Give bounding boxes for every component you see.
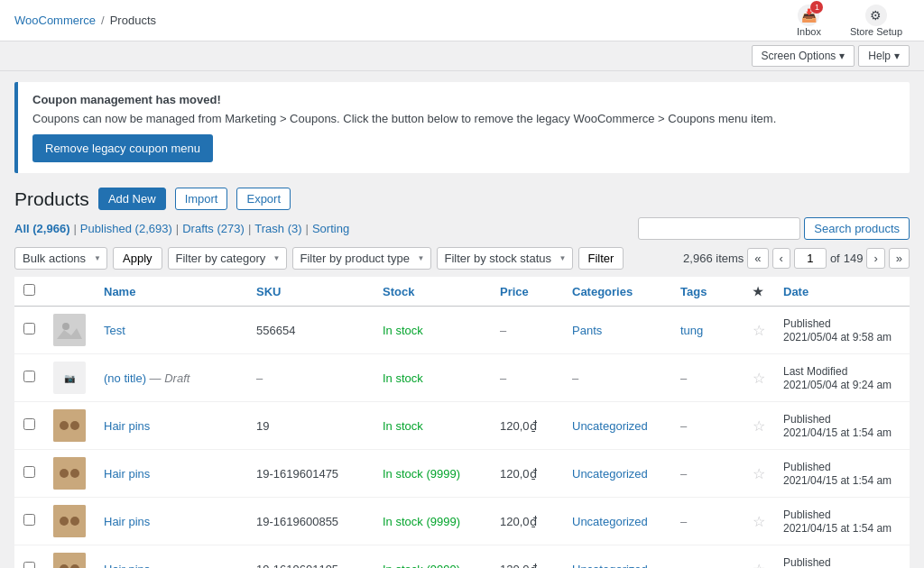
category-link[interactable]: Uncategorized (572, 419, 648, 433)
col-header-name[interactable]: Name (95, 277, 247, 307)
product-name-link[interactable]: (no title) (104, 371, 146, 385)
col-header-categories[interactable]: Categories (563, 277, 671, 307)
row-checkbox-cell (14, 354, 44, 402)
add-new-button[interactable]: Add New (98, 188, 166, 210)
inbox-badge: 1 (810, 1, 823, 14)
row-checkbox[interactable] (23, 323, 35, 334)
col-header-date[interactable]: Date (774, 277, 910, 307)
filter-all[interactable]: All (2,966) (14, 222, 69, 235)
import-button[interactable]: Import (175, 188, 228, 210)
page-of-label: of (830, 252, 840, 265)
category-link[interactable]: Uncategorized (572, 467, 648, 481)
table-row: Test 556654 In stock – Pants tung ☆ Publ… (14, 307, 910, 354)
featured-star-icon[interactable]: ☆ (753, 562, 765, 569)
date-status: Published (783, 508, 831, 521)
export-button[interactable]: Export (236, 188, 291, 210)
product-name-link[interactable]: Hair pins (104, 563, 150, 569)
filter-button[interactable]: Filter (578, 247, 624, 270)
filter-sorting[interactable]: Sorting (312, 222, 349, 235)
screen-options-chevron: ▾ (839, 50, 845, 62)
category-link[interactable]: Uncategorized (572, 515, 648, 528)
filter-category-select[interactable]: Filter by category (168, 247, 287, 270)
row-category-cell: Uncategorized (563, 450, 671, 498)
category-link[interactable]: Uncategorized (572, 563, 648, 569)
bulk-actions-select[interactable]: Bulk actions (14, 247, 107, 270)
product-name-link[interactable]: Test (104, 324, 125, 337)
featured-star-icon[interactable]: ☆ (753, 323, 765, 338)
row-checkbox[interactable] (23, 466, 35, 478)
featured-star-icon[interactable]: ☆ (753, 466, 765, 481)
filter-trash[interactable]: Trash (3) (254, 222, 301, 235)
col-header-sku[interactable]: SKU (247, 277, 374, 307)
row-stock-cell: In stock (9999) (374, 545, 491, 569)
row-sku-cell: 19 (247, 402, 374, 450)
table-row: Hair pins 19-1619601475 In stock (9999) … (14, 450, 910, 498)
sku-value: 19-1619600855 (256, 515, 338, 528)
row-name-cell: Test (95, 307, 247, 354)
help-label: Help (868, 50, 891, 62)
row-sku-cell: 556654 (247, 307, 374, 354)
store-setup-button[interactable]: ⚙ Store Setup (843, 1, 910, 41)
price-value: 120,0₫ (500, 563, 537, 569)
sku-value: 556654 (256, 324, 295, 337)
screen-options-button[interactable]: Screen Options ▾ (752, 45, 855, 67)
row-name-cell: Hair pins (95, 450, 247, 498)
featured-star-icon[interactable]: ☆ (753, 514, 765, 529)
row-featured-cell: ☆ (744, 402, 774, 450)
help-button[interactable]: Help ▾ (858, 45, 910, 67)
remove-legacy-button[interactable]: Remove legacy coupon menu (32, 134, 213, 162)
svg-point-7 (70, 469, 79, 478)
col-header-checkbox (14, 277, 44, 307)
row-name-cell: Hair pins (95, 498, 247, 545)
row-checkbox[interactable] (23, 562, 35, 568)
row-checkbox[interactable] (23, 371, 35, 382)
page-title: Products (14, 188, 89, 210)
featured-star-icon[interactable]: ☆ (753, 418, 765, 434)
first-page-button[interactable]: « (747, 248, 768, 269)
row-thumb-cell (44, 402, 95, 450)
inbox-button[interactable]: 📥1 Inbox (790, 1, 828, 41)
select-all-checkbox[interactable] (23, 284, 35, 296)
col-header-stock[interactable]: Stock (374, 277, 491, 307)
row-price-cell: 120,0₫ (491, 498, 563, 545)
last-page-button[interactable]: » (889, 248, 910, 269)
filter-stock-select[interactable]: Filter by stock status (437, 247, 573, 270)
tag-link[interactable]: tung (680, 324, 703, 337)
row-name-cell: Hair pins (95, 402, 247, 450)
row-date-cell: Published 2021/04/15 at 1:54 am (774, 450, 910, 498)
row-date-cell: Published 2021/05/04 at 9:58 am (774, 307, 910, 354)
filter-category-wrap: Filter by category (168, 247, 287, 270)
notice-title: Coupon management has moved! (32, 93, 895, 106)
woocommerce-breadcrumb-link[interactable]: WooCommerce (14, 14, 96, 27)
search-products-button[interactable]: Search products (804, 217, 910, 240)
col-header-price[interactable]: Price (491, 277, 563, 307)
row-category-cell: Uncategorized (563, 402, 671, 450)
search-area: Search products (638, 217, 910, 240)
filter-type-select[interactable]: Filter by product type (292, 247, 431, 270)
date-status: Published (783, 556, 831, 568)
draft-label: — Draft (150, 371, 190, 385)
category-link[interactable]: Pants (572, 324, 602, 337)
status-filter-nav: All (2,966) | Published (2,693) | Drafts… (14, 217, 910, 240)
row-thumb-cell (44, 307, 95, 354)
apply-bulk-button[interactable]: Apply (113, 247, 162, 270)
products-table: Name SKU Stock Price Categories Tags ★ (14, 277, 910, 568)
filter-published[interactable]: Published (2,693) (80, 222, 172, 235)
product-name-link[interactable]: Hair pins (104, 419, 150, 433)
row-name-cell: (no title) — Draft (95, 354, 247, 402)
next-page-button[interactable]: › (866, 248, 884, 269)
product-name-link[interactable]: Hair pins (104, 515, 150, 528)
product-name-link[interactable]: Hair pins (104, 467, 150, 481)
search-input[interactable] (638, 217, 800, 240)
prev-page-button[interactable]: ‹ (772, 248, 790, 269)
page-number-input[interactable] (794, 248, 827, 269)
filter-drafts[interactable]: Drafts (273) (182, 222, 245, 235)
row-stock-cell: In stock (9999) (374, 498, 491, 545)
row-featured-cell: ☆ (744, 498, 774, 545)
row-checkbox[interactable] (23, 514, 35, 526)
row-checkbox[interactable] (23, 418, 35, 430)
filter-stock-wrap: Filter by stock status (437, 247, 573, 270)
col-header-tags[interactable]: Tags (671, 277, 744, 307)
featured-star-icon[interactable]: ☆ (753, 371, 765, 386)
row-sku-cell: 19-1619600855 (247, 498, 374, 545)
